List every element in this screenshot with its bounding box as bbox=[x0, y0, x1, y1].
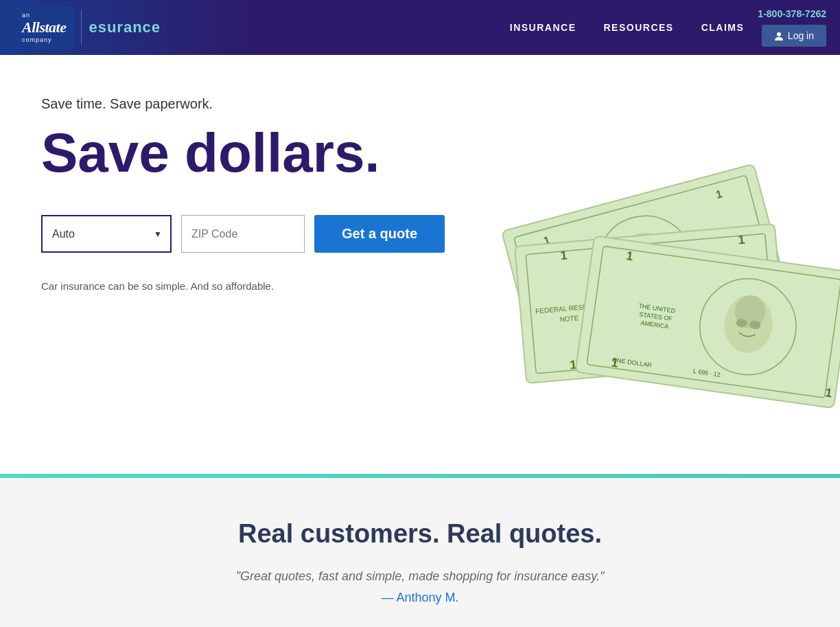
allstate-an-text: an bbox=[22, 12, 30, 19]
money-illustration: 1 THE UNITED STATES OF AMERICA 1 1 bbox=[497, 110, 840, 474]
insurance-type-select[interactable]: Auto Home Renters Motorcycle bbox=[41, 215, 172, 253]
esurance-logo: esurance bbox=[89, 19, 161, 36]
allstate-company-text: company bbox=[22, 36, 52, 43]
hero-subtitle: Save time. Save paperwork. bbox=[41, 96, 522, 112]
logo-area: an Allstate company esurance bbox=[14, 6, 165, 49]
nav-claims[interactable]: CLAIMS bbox=[701, 22, 745, 33]
testimonial-quote: "Great quotes, fast and simple, made sho… bbox=[14, 569, 826, 584]
insurance-type-wrapper: Auto Home Renters Motorcycle ▼ bbox=[41, 215, 172, 253]
allstate-name-text: Allstate bbox=[22, 19, 66, 36]
header-right: 1-800-378-7262 Log in bbox=[758, 8, 826, 47]
svg-rect-28 bbox=[575, 236, 840, 408]
money-bills-svg: 1 THE UNITED STATES OF AMERICA 1 1 bbox=[497, 110, 840, 474]
testimonial-section: Real customers. Real quotes. "Great quot… bbox=[0, 478, 840, 627]
zip-code-input[interactable] bbox=[181, 215, 305, 253]
nav-resources[interactable]: RESOURCES bbox=[604, 22, 674, 33]
hero-title: Save dollars. bbox=[41, 126, 522, 181]
logo-divider bbox=[81, 10, 82, 45]
svg-text:1: 1 bbox=[738, 233, 746, 247]
get-quote-button[interactable]: Get a quote bbox=[314, 215, 445, 253]
login-button[interactable]: Log in bbox=[762, 25, 826, 47]
quote-form: Auto Home Renters Motorcycle ▼ Get a quo… bbox=[41, 215, 522, 253]
allstate-logo: an Allstate company bbox=[14, 6, 74, 49]
user-icon bbox=[774, 31, 784, 41]
svg-point-0 bbox=[777, 32, 781, 36]
testimonial-author: — Anthony M. bbox=[14, 591, 826, 605]
hero-caption: Car insurance can be so simple. And so a… bbox=[41, 280, 522, 292]
hero-section: Save time. Save paperwork. Save dollars.… bbox=[0, 55, 840, 474]
main-nav: INSURANCE RESOURCES CLAIMS bbox=[510, 22, 745, 33]
main-header: an Allstate company esurance INSURANCE R… bbox=[0, 0, 840, 55]
testimonial-title: Real customers. Real quotes. bbox=[14, 519, 826, 549]
phone-number[interactable]: 1-800-378-7262 bbox=[758, 8, 826, 19]
svg-text:1: 1 bbox=[560, 248, 568, 262]
nav-insurance[interactable]: INSURANCE bbox=[510, 22, 576, 33]
hero-content: Save time. Save paperwork. Save dollars.… bbox=[41, 96, 522, 292]
